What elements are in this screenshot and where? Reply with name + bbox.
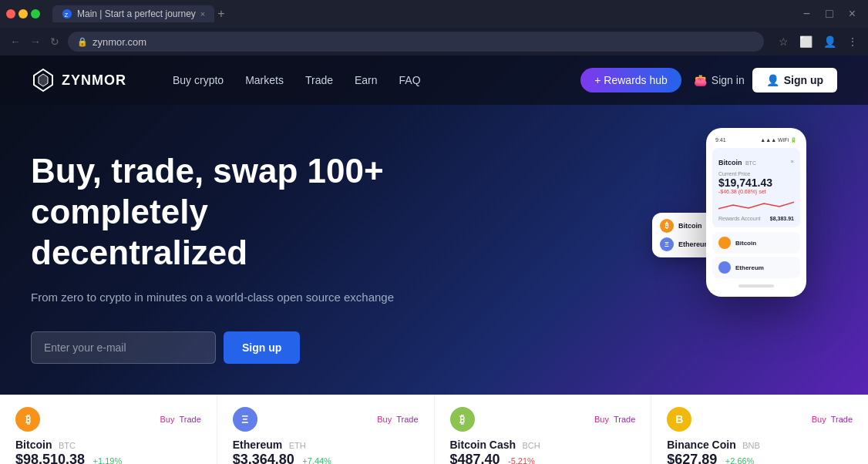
address-bar[interactable]: 🔒 zynmor.com <box>68 32 764 52</box>
phone-status-bar: 9:41 ▲▲▲ WiFi 🔋 <box>712 137 800 143</box>
bch-buy-link[interactable]: Buy <box>594 415 609 424</box>
bch-price-row: $487.40 -5.21% <box>450 452 636 464</box>
bch-sym: BCH <box>523 441 540 450</box>
phone-coin-list: Bitcoin Ethereum <box>712 232 800 278</box>
maximize-window-btn[interactable] <box>31 9 40 18</box>
rewards-hub-btn[interactable]: + Rewards hub <box>580 68 681 92</box>
forward-btn[interactable]: → <box>26 33 45 50</box>
tab-close-btn[interactable]: × <box>200 9 205 18</box>
card-top-bch: ₿ Buy Trade <box>450 407 636 432</box>
signup-btn[interactable]: 👤 Sign up <box>752 68 837 92</box>
minimize-window-btn[interactable] <box>19 9 28 18</box>
phone-home-bar <box>738 284 774 287</box>
refresh-btn[interactable]: ↻ <box>46 33 63 50</box>
svg-marker-3 <box>39 74 48 86</box>
phone-chart <box>718 197 794 213</box>
logo-icon <box>31 68 56 92</box>
navigation-controls[interactable]: ← → ↻ <box>6 33 63 50</box>
btc-buy-link[interactable]: Buy <box>160 415 174 424</box>
nav-earn[interactable]: Earn <box>355 74 378 86</box>
hero-title: Buy, trade, swap 100+ completely decentr… <box>31 151 416 273</box>
phone-coin-row: Bitcoin BTC × <box>718 154 794 168</box>
phone-signal: ▲▲▲ WiFi 🔋 <box>760 137 797 143</box>
phone-header: Bitcoin BTC × Current Price $19,741.43 -… <box>712 148 800 227</box>
card-top-eth: Ξ Buy Trade <box>233 407 419 432</box>
nav-trade[interactable]: Trade <box>305 74 333 86</box>
btc-name-row: Bitcoin BTC <box>15 438 201 452</box>
address-text: zynmor.com <box>93 36 146 48</box>
address-bar-row: ← → ↻ 🔒 zynmor.com ☆ ⬜ 👤 ⋮ <box>0 28 868 55</box>
eth-trade-link[interactable]: Trade <box>396 415 418 424</box>
close-window-btn[interactable] <box>6 9 15 18</box>
btc-icon: ₿ <box>660 219 674 233</box>
phone-acc-label: Rewards Account <box>718 216 760 221</box>
phone-time: 9:41 <box>715 137 726 143</box>
bch-trade-link[interactable]: Trade <box>614 415 635 424</box>
signin-label: Sign in <box>712 74 745 86</box>
bookmark-btn[interactable]: ☆ <box>775 33 792 50</box>
phone-acc-value: $8,383.91 <box>770 216 794 221</box>
btc-change: +1.19% <box>93 456 123 464</box>
tab-favicon: Z <box>62 8 72 19</box>
bch-price: $487.40 <box>450 452 500 464</box>
menu-btn[interactable]: ⋮ <box>843 33 862 50</box>
close-btn[interactable]: × <box>843 4 862 24</box>
new-tab-btn[interactable]: + <box>217 7 224 21</box>
phone-price: $19,741.43 <box>718 177 794 189</box>
phone-btc-dot <box>718 237 731 249</box>
btc-name: Bitcoin <box>678 222 702 230</box>
eth-buy-link[interactable]: Buy <box>377 415 392 424</box>
signin-btn[interactable]: 👛 Sign in <box>694 74 745 86</box>
bch-coin-icon: ₿ <box>450 407 475 432</box>
bch-change: -5.21% <box>508 456 535 464</box>
card-top-btc: ₿ Buy Trade <box>15 407 201 432</box>
auth-buttons: 👛 Sign in 👤 Sign up <box>694 68 837 92</box>
back-btn[interactable]: ← <box>6 33 25 50</box>
signup-label: Sign up <box>784 74 823 86</box>
extensions-btn[interactable]: ⬜ <box>796 33 816 50</box>
profile-btn[interactable]: 👤 <box>819 33 840 50</box>
hero-signup-btn[interactable]: Sign up <box>224 331 300 364</box>
hero-form: Sign up <box>31 331 416 364</box>
bnb-coin-icon: B <box>667 407 691 432</box>
nav-markets[interactable]: Markets <box>245 74 284 86</box>
logo[interactable]: ZYNMOR <box>31 68 126 92</box>
bch-name: Bitcoin Cash <box>450 439 516 451</box>
email-input[interactable] <box>31 331 216 364</box>
bnb-name: Binance Coin <box>667 439 735 451</box>
nav-faq[interactable]: FAQ <box>399 74 421 86</box>
phone-price-change: -$46.38 (0.68%) set <box>718 189 794 194</box>
bnb-change: +2.66% <box>725 456 755 464</box>
btc-trade-link[interactable]: Trade <box>179 415 200 424</box>
browser-tab[interactable]: Z Main | Start a perfect journey × <box>52 5 214 22</box>
nav-buy-crypto[interactable]: Buy crypto <box>173 74 224 86</box>
wallet-icon: 👛 <box>694 74 707 86</box>
browser-tab-bar: Z Main | Start a perfect journey × + − □… <box>0 0 868 28</box>
crypto-card-bch: ₿ Buy Trade Bitcoin Cash BCH $487.40 -5.… <box>435 395 652 464</box>
restore-btn[interactable]: □ <box>819 4 839 24</box>
btc-price: $98,510.38 <box>15 452 85 464</box>
crypto-card-bnb: B Buy Trade Binance Coin BNB $627.89 +2.… <box>651 395 868 464</box>
phone-btc-name: Bitcoin <box>735 240 794 247</box>
btc-sym: BTC <box>59 441 76 450</box>
btc-name: Bitcoin <box>15 439 52 451</box>
bnb-price: $627.89 <box>667 452 717 464</box>
eth-name-row: Ethereum ETH <box>233 438 419 452</box>
bch-name-row: Bitcoin Cash BCH <box>450 438 636 452</box>
bnb-trade-link[interactable]: Trade <box>831 415 853 424</box>
phone-price-label: Current Price <box>718 171 794 177</box>
window-controls[interactable] <box>6 9 40 18</box>
phone-btc-item: Bitcoin <box>712 232 800 254</box>
minimize-btn[interactable]: − <box>797 4 816 24</box>
browser-window-controls[interactable]: − □ × <box>797 4 862 24</box>
crypto-card-eth: Ξ Buy Trade Ethereum ETH $3,364.80 +7.44… <box>217 395 435 464</box>
hero-subtitle: From zero to crypto in minutes on a worl… <box>31 288 416 307</box>
phone-close-icon[interactable]: × <box>790 158 794 165</box>
navbar: ZYNMOR Buy crypto Markets Trade Earn FAQ… <box>0 55 868 105</box>
lock-icon: 🔒 <box>77 37 88 47</box>
btc-coin-icon: ₿ <box>15 407 40 432</box>
bnb-buy-link[interactable]: Buy <box>812 415 826 424</box>
website: ZYNMOR Buy crypto Markets Trade Earn FAQ… <box>0 55 868 464</box>
phone-main: 9:41 ▲▲▲ WiFi 🔋 Bitcoin BTC × Current Pr… <box>706 128 806 297</box>
browser-actions[interactable]: ☆ ⬜ 👤 ⋮ <box>775 33 862 50</box>
